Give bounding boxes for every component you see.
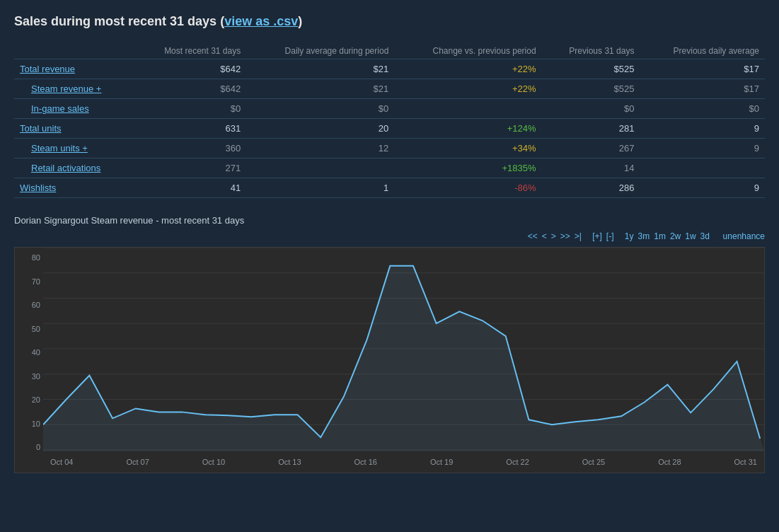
nav-forward[interactable]: >>: [560, 231, 570, 241]
row-prev-2: $0: [542, 99, 640, 119]
period-1m[interactable]: 1m: [654, 231, 666, 241]
row-prev-6: 286: [542, 178, 640, 198]
row-prev-daily-1: $17: [640, 79, 765, 99]
csv-link[interactable]: view as .csv: [224, 14, 298, 28]
row-prev-daily-4: 9: [640, 139, 765, 158]
zoom-out[interactable]: [-]: [606, 231, 614, 241]
y-label-60: 60: [15, 301, 40, 309]
y-label-10: 10: [15, 420, 40, 428]
x-label-oct16: Oct 16: [354, 458, 377, 466]
y-label-80: 80: [15, 253, 40, 262]
page-title: Sales during most recent 31 days (view a…: [14, 14, 765, 29]
row-change-3: +124%: [394, 119, 541, 139]
row-change-2: [394, 99, 541, 119]
col-header-prev-daily: Previous daily average: [640, 43, 765, 59]
period-2w[interactable]: 2w: [670, 231, 681, 241]
period-1y[interactable]: 1y: [625, 231, 634, 241]
row-change-1: +22%: [394, 79, 541, 99]
x-label-oct22: Oct 22: [506, 458, 529, 466]
row-recent-0: $642: [134, 59, 246, 79]
row-prev-daily-5: [640, 158, 765, 178]
zoom-in[interactable]: [+]: [592, 231, 602, 241]
title-text: Sales during most recent 31 days: [14, 14, 217, 28]
row-recent-2: $0: [134, 99, 246, 119]
row-prev-1: $525: [542, 79, 640, 99]
row-daily-3: 20: [246, 119, 394, 139]
y-axis: 80 70 60 50 40 30 20 10 0: [15, 248, 43, 451]
y-label-70: 70: [15, 277, 40, 286]
period-3d[interactable]: 3d: [700, 231, 710, 241]
y-label-0: 0: [15, 443, 40, 451]
row-daily-6: 1: [246, 178, 394, 198]
col-header-prev: Previous 31 days: [542, 43, 640, 59]
row-label-6[interactable]: Wishlists: [14, 178, 134, 198]
y-label-20: 20: [15, 395, 40, 404]
row-label-2[interactable]: In-game sales: [14, 99, 134, 119]
row-change-0: +22%: [394, 59, 541, 79]
row-prev-0: $525: [542, 59, 640, 79]
period-3m[interactable]: 3m: [638, 231, 650, 241]
period-1w[interactable]: 1w: [685, 231, 696, 241]
row-recent-5: 271: [134, 158, 246, 178]
chart-controls: << < > >> >| [+] [-] 1y 3m 1m 2w 1w 3d u…: [14, 231, 765, 241]
x-label-oct28: Oct 28: [658, 458, 681, 466]
row-daily-1: $21: [246, 79, 394, 99]
row-daily-0: $21: [246, 59, 394, 79]
row-prev-3: 281: [542, 119, 640, 139]
row-prev-daily-0: $17: [640, 59, 765, 79]
nav-start[interactable]: <<: [528, 231, 538, 241]
row-prev-daily-2: $0: [640, 99, 765, 119]
row-recent-6: 41: [134, 178, 246, 198]
row-change-5: +1835%: [394, 158, 541, 178]
unenhance-link[interactable]: unenhance: [723, 231, 765, 241]
row-daily-2: $0: [246, 99, 394, 119]
separator1: [586, 231, 588, 241]
nav-prev[interactable]: <: [542, 231, 547, 241]
col-header-label: [14, 43, 134, 59]
row-change-6: -86%: [394, 178, 541, 198]
row-daily-4: 12: [246, 139, 394, 158]
row-label-3[interactable]: Total units: [14, 119, 134, 139]
stats-table: Most recent 31 days Daily average during…: [14, 43, 765, 198]
nav-end[interactable]: >|: [575, 231, 582, 241]
x-label-oct04: Oct 04: [50, 458, 73, 466]
row-label-5[interactable]: Retail activations: [14, 158, 134, 178]
separator2: [618, 231, 621, 241]
row-recent-3: 631: [134, 119, 246, 139]
x-label-oct31: Oct 31: [734, 458, 757, 466]
col-header-recent: Most recent 31 days: [134, 43, 246, 59]
row-prev-4: 267: [542, 139, 640, 158]
separator3: [714, 231, 719, 241]
x-label-oct25: Oct 25: [582, 458, 605, 466]
row-daily-5: [246, 158, 394, 178]
row-label-4[interactable]: Steam units +: [14, 139, 134, 158]
y-label-30: 30: [15, 372, 40, 381]
row-prev-5: 14: [542, 158, 640, 178]
chart-title: Dorian Signargout Steam revenue - most r…: [14, 215, 765, 226]
row-recent-4: 360: [134, 139, 246, 158]
y-label-40: 40: [15, 348, 40, 357]
col-header-daily: Daily average during period: [246, 43, 394, 59]
x-label-oct10: Oct 10: [202, 458, 225, 466]
row-prev-daily-6: 9: [640, 178, 765, 198]
x-label-oct13: Oct 13: [278, 458, 301, 466]
col-header-change: Change vs. previous period: [394, 43, 541, 59]
row-prev-daily-3: 9: [640, 119, 765, 139]
chart-wrapper: 80 70 60 50 40 30 20 10 0: [14, 247, 765, 473]
row-label-0[interactable]: Total revenue: [14, 59, 134, 79]
row-label-1[interactable]: Steam revenue +: [14, 79, 134, 99]
x-label-oct07: Oct 07: [126, 458, 149, 466]
row-change-4: +34%: [394, 139, 541, 158]
nav-next[interactable]: >: [551, 231, 556, 241]
y-label-50: 50: [15, 325, 40, 333]
x-axis: Oct 04 Oct 07 Oct 10 Oct 13 Oct 16 Oct 1…: [43, 451, 764, 473]
chart-section: Dorian Signargout Steam revenue - most r…: [14, 215, 765, 473]
chart-fill: [43, 266, 764, 451]
x-label-oct19: Oct 19: [430, 458, 453, 466]
row-recent-1: $642: [134, 79, 246, 99]
chart-svg-area: [43, 248, 764, 451]
line-chart: [43, 248, 764, 451]
